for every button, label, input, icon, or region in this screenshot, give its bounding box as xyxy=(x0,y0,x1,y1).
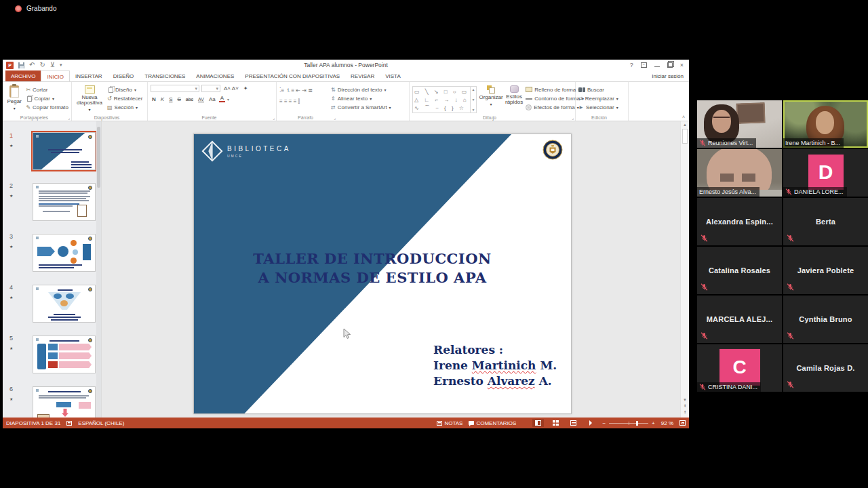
help-icon[interactable]: ? xyxy=(630,62,633,68)
cut-button[interactable]: ✂Cortar xyxy=(26,87,68,93)
clear-formatting-icon[interactable]: ✦ xyxy=(242,85,250,92)
find-button[interactable]: Buscar xyxy=(578,87,618,93)
underline-button[interactable]: S xyxy=(167,96,174,102)
participant-tile-name[interactable]: MARCELA ALEJ... xyxy=(697,296,782,343)
shadow-button[interactable]: abc xyxy=(184,97,195,102)
thumbnail-scrollbar[interactable] xyxy=(96,121,101,418)
shapes-scroll-down-icon[interactable]: ▼ xyxy=(472,98,475,102)
reset-button[interactable]: ↺Restablecer xyxy=(107,96,142,102)
comments-button[interactable]: COMENTARIOS xyxy=(469,420,516,426)
participant-tile-name[interactable]: Javiera Poblete xyxy=(783,247,868,294)
slide-thumbnail-6[interactable] xyxy=(33,386,96,418)
tab-inicio[interactable]: INICIO xyxy=(41,70,69,82)
drawing-dialog-launcher-icon[interactable]: ⌟ xyxy=(572,115,574,120)
display-settings-icon[interactable] xyxy=(66,421,72,426)
strikethrough-button[interactable]: S xyxy=(176,96,182,102)
replace-button[interactable]: ⇄Reemplazar ▾ xyxy=(578,96,618,102)
italic-button[interactable]: K xyxy=(159,96,165,102)
sign-in-link[interactable]: Iniciar sesión xyxy=(652,73,684,79)
participant-tile-avatar[interactable]: D DANIELA LORE... xyxy=(783,149,868,197)
slide-editor[interactable]: BIBLIOTECA UMCE TALLER DE INTRODUCCION A… xyxy=(193,134,572,414)
shapes-more-icon[interactable]: ▼ xyxy=(472,108,475,112)
tab-archivo[interactable]: ARCHIVO xyxy=(5,70,41,81)
zoom-level[interactable]: 92 % xyxy=(661,420,673,426)
quick-styles-button[interactable]: Estilos rápidos xyxy=(505,84,523,113)
bullets-numbering-buttons[interactable]: ⁚≡ ⒈≡ ⇤ ⇥ ≣ xyxy=(279,87,328,94)
participant-tile-name[interactable]: Alexandra Espin... xyxy=(697,198,782,245)
scroll-down-icon[interactable]: ▼ xyxy=(681,397,689,403)
qat-customize-icon[interactable]: ▾ xyxy=(60,62,62,68)
tab-presentacion[interactable]: PRESENTACIÓN CON DIAPOSITIVAS xyxy=(239,70,345,81)
language-indicator[interactable]: ESPAÑOL (CHILE) xyxy=(78,420,124,426)
font-size-combobox[interactable]: ▾ xyxy=(201,85,220,92)
arrange-button[interactable]: Organizar ▾ xyxy=(479,84,502,113)
participant-tile-video-active[interactable]: Irene Martinich - B... xyxy=(783,100,868,148)
character-spacing-button[interactable]: AV xyxy=(197,97,205,102)
tab-insertar[interactable]: INSERTAR xyxy=(70,70,108,81)
slide-thumbnail-1[interactable] xyxy=(33,132,96,170)
notes-button[interactable]: NOTAS xyxy=(437,420,462,426)
tab-diseno[interactable]: DISEÑO xyxy=(108,70,140,81)
zoom-slider[interactable] xyxy=(609,423,648,424)
save-icon[interactable] xyxy=(18,62,24,68)
collapse-ribbon-icon[interactable]: ˄ xyxy=(682,115,685,119)
font-dialog-launcher-icon[interactable]: ⌟ xyxy=(273,115,275,120)
redo-icon[interactable]: ↻ xyxy=(39,62,45,68)
zoom-in-button[interactable]: + xyxy=(652,420,655,426)
ribbon-display-options-icon[interactable]: ^ xyxy=(641,62,647,68)
change-case-button[interactable]: Aa xyxy=(208,96,217,102)
powerpoint-logo-icon[interactable]: P xyxy=(6,62,14,69)
tab-transiciones[interactable]: TRANSICIONES xyxy=(139,70,191,81)
participant-tile-name[interactable]: Berta xyxy=(783,198,868,245)
paste-button[interactable]: Pegar ▾ xyxy=(5,84,23,113)
restore-icon[interactable] xyxy=(667,62,673,68)
convert-smartart-button[interactable]: ⇄Convertir a SmartArt ▾ xyxy=(331,104,391,110)
reading-view-button[interactable] xyxy=(568,419,579,427)
text-direction-button[interactable]: ⇅Dirección del texto ▾ xyxy=(331,87,391,93)
shapes-row-3[interactable]: ∿ ⌒ ~ { } ☆ xyxy=(414,104,469,112)
select-button[interactable]: ►Seleccionar ▾ xyxy=(578,104,618,110)
layout-button[interactable]: Diseño ▾ xyxy=(107,87,142,93)
new-slide-button[interactable]: Nueva diapositiva ▾ xyxy=(75,84,104,113)
zoom-out-button[interactable]: − xyxy=(602,420,606,426)
shapes-row-2[interactable]: △ ∟ ⌐ → ↓ ⌂ xyxy=(414,96,469,104)
slide-presenters[interactable]: Relatores : Irene Martinich M. Ernesto A… xyxy=(433,342,557,389)
format-painter-button[interactable]: ✎Copiar formato xyxy=(26,104,68,110)
slide-thumbnail-3[interactable] xyxy=(33,234,96,272)
tab-revisar[interactable]: REVISAR xyxy=(345,70,380,81)
grow-shrink-font-buttons[interactable]: A˄ A˅ xyxy=(222,85,240,92)
shapes-gallery[interactable]: ▭ ╲ ↘ □ ○ ▭ △ ∟ ⌐ → ↓ ⌂ ∿ ⌒ ~ { } ☆ xyxy=(412,86,471,113)
font-color-button[interactable]: A xyxy=(219,96,225,102)
participant-tile-avatar[interactable]: C CRISTINA DANI... xyxy=(697,344,782,392)
next-slide-icon[interactable]: ⇟ xyxy=(681,409,689,415)
fit-slide-to-window-icon[interactable] xyxy=(679,420,686,426)
slide-thumbnail-2[interactable] xyxy=(33,183,96,221)
participant-tile-video[interactable]: Ernesto Jesús Alva... xyxy=(697,149,782,197)
undo-icon[interactable]: ↶ xyxy=(29,62,35,68)
participant-tile-name[interactable]: Catalina Rosales xyxy=(697,247,782,294)
shapes-scroll-up-icon[interactable]: ▲ xyxy=(472,87,475,92)
participant-tile-name[interactable]: Cynthia Bruno xyxy=(783,296,868,343)
zoom-slider-thumb[interactable] xyxy=(636,421,638,426)
scroll-up-icon[interactable]: ▲ xyxy=(681,123,689,127)
participant-tile-name[interactable]: Camila Rojas D. xyxy=(783,344,868,392)
clipboard-dialog-launcher-icon[interactable]: ⌟ xyxy=(68,115,70,120)
slide-thumbnail-4[interactable] xyxy=(33,285,96,323)
scrollbar-thumb[interactable] xyxy=(682,129,688,144)
bold-button[interactable]: N xyxy=(151,96,157,102)
alignment-buttons[interactable]: ≡ ≡ ≡ ≡ ⫿ xyxy=(279,98,328,105)
minimize-icon[interactable] xyxy=(654,62,660,68)
vertical-scrollbar[interactable]: ▲ ▼ ⇞ ⇟ xyxy=(680,121,689,418)
tab-vista[interactable]: VISTA xyxy=(380,70,406,81)
previous-slide-icon[interactable]: ⇞ xyxy=(681,403,689,409)
slide-sorter-view-button[interactable] xyxy=(550,419,561,427)
paste-dropdown-icon[interactable]: ▾ xyxy=(14,106,16,111)
section-button[interactable]: ▤Sección ▾ xyxy=(107,104,142,110)
paragraph-dialog-launcher-icon[interactable]: ⌟ xyxy=(334,115,336,120)
copy-button[interactable]: Copiar ▾ xyxy=(26,96,68,102)
close-icon[interactable]: × xyxy=(680,62,684,68)
slide-title[interactable]: TALLER DE INTRODUCCION A NORMAS DE ESTIL… xyxy=(194,249,551,287)
font-name-combobox[interactable]: ▾ xyxy=(151,85,199,92)
start-slideshow-icon[interactable]: ⊻ xyxy=(50,62,55,68)
shapes-row-1[interactable]: ▭ ╲ ↘ □ ○ ▭ xyxy=(414,88,469,96)
